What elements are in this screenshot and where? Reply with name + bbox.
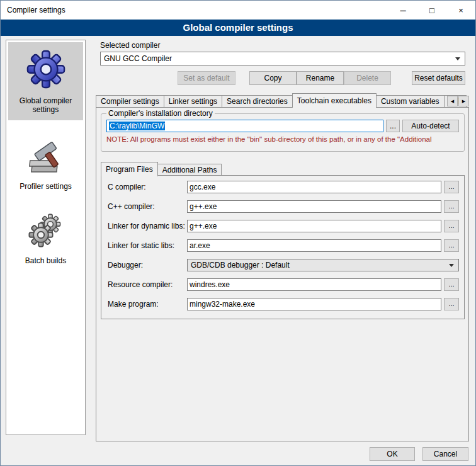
selected-compiler-dropdown[interactable]: GNU GCC Compiler: [100, 52, 465, 65]
selected-path-text: C:\raylib\MinGW: [109, 122, 165, 130]
delete-button[interactable]: Delete: [344, 71, 391, 85]
browse-make-program-button[interactable]: ...: [444, 298, 459, 310]
tab-program-files[interactable]: Program Files: [101, 162, 158, 176]
gray-gears-icon: [27, 212, 65, 249]
sidebar-item-profiler-settings[interactable]: Profiler settings: [8, 128, 83, 197]
tab-scroll-buttons: ◀ ▶: [446, 96, 469, 106]
field-row: C++ compiler: ...: [108, 200, 459, 213]
tab-toolchain-executables[interactable]: Toolchain executables: [292, 93, 377, 108]
tab-scroll-right-icon[interactable]: ▶: [458, 96, 469, 106]
selected-compiler-label: Selected compiler: [100, 41, 160, 50]
profiler-tool-icon: [28, 135, 64, 174]
selected-compiler-value: GNU GCC Compiler: [104, 54, 172, 63]
static-linker-label: Linker for static libs:: [108, 241, 187, 250]
auto-detect-button[interactable]: Auto-detect: [402, 120, 459, 132]
program-tabs: Program Files Additional Paths: [101, 162, 221, 176]
c-compiler-label: C compiler:: [108, 183, 187, 191]
browse-cpp-compiler-button[interactable]: ...: [444, 200, 459, 213]
tab-linker-settings[interactable]: Linker settings: [164, 95, 222, 107]
reset-defaults-button[interactable]: Reset defaults: [412, 71, 465, 85]
dialog-body: Global compiler settings P: [1, 36, 475, 465]
set-as-default-button[interactable]: Set as default: [178, 71, 235, 85]
ok-button[interactable]: OK: [370, 447, 415, 461]
program-files-panel: C compiler: ... C++ compiler: ... Linker…: [101, 175, 465, 319]
toolchain-executables-panel: Compiler's installation directory C:\ray…: [96, 107, 469, 441]
cancel-button[interactable]: Cancel: [422, 447, 468, 461]
resource-compiler-input[interactable]: [187, 278, 441, 291]
cpp-compiler-input[interactable]: [187, 200, 441, 213]
browse-dynamic-linker-button[interactable]: ...: [444, 220, 459, 232]
tab-additional-paths[interactable]: Additional Paths: [157, 164, 222, 176]
sidebar-item-label: Profiler settings: [20, 182, 72, 191]
field-row: C compiler: ...: [108, 181, 459, 193]
debugger-dropdown[interactable]: GDB/CDB debugger : Default: [187, 259, 459, 271]
browse-static-linker-button[interactable]: ...: [444, 239, 459, 252]
debugger-value: GDB/CDB debugger : Default: [191, 261, 290, 270]
installation-directory-row: C:\raylib\MinGW ... Auto-detect: [106, 120, 459, 132]
cpp-compiler-label: C++ compiler:: [108, 202, 187, 211]
blue-gear-icon: [26, 50, 65, 89]
sidebar-item-batch-builds[interactable]: Batch builds: [8, 205, 83, 271]
static-linker-input[interactable]: [187, 239, 441, 252]
field-row: Linker for dynamic libs: ...: [108, 220, 459, 232]
window-title: Compiler settings: [1, 1, 388, 20]
field-row: Resource compiler: ...: [108, 278, 459, 291]
field-row: Make program: ...: [108, 298, 459, 310]
installation-directory-input[interactable]: C:\raylib\MinGW: [106, 120, 383, 132]
dropdown-arrow-icon: [449, 264, 454, 267]
copy-button[interactable]: Copy: [249, 71, 297, 85]
installation-directory-group: Compiler's installation directory C:\ray…: [101, 109, 465, 152]
bin-directory-note: NOTE: All programs must exist either in …: [106, 135, 459, 143]
tab-custom-variables[interactable]: Custom variables: [376, 95, 445, 107]
settings-category-sidebar: Global compiler settings P: [6, 40, 86, 435]
debugger-label: Debugger:: [108, 261, 187, 270]
sidebar-item-label: Global compiler settings: [9, 96, 82, 114]
compiler-tabs: Compiler settings Linker settings Search…: [96, 94, 469, 107]
make-program-label: Make program:: [108, 300, 187, 309]
title-bar[interactable]: Compiler settings ─ □ ×: [1, 1, 475, 20]
tab-compiler-settings[interactable]: Compiler settings: [96, 95, 164, 107]
make-program-input[interactable]: [187, 298, 441, 310]
close-button[interactable]: ×: [446, 1, 475, 20]
rename-button[interactable]: Rename: [297, 71, 344, 85]
maximize-button[interactable]: □: [417, 1, 446, 20]
resource-compiler-label: Resource compiler:: [108, 280, 187, 289]
dropdown-arrow-icon: [455, 57, 460, 60]
field-row: Debugger: GDB/CDB debugger : Default: [108, 259, 459, 271]
installation-directory-label: Compiler's installation directory: [106, 109, 215, 118]
sidebar-item-global-compiler-settings[interactable]: Global compiler settings: [8, 42, 83, 120]
browse-c-compiler-button[interactable]: ...: [444, 181, 459, 193]
tab-search-directories[interactable]: Search directories: [222, 95, 293, 107]
compiler-settings-dialog: Compiler settings ─ □ × Global compiler …: [0, 0, 476, 466]
tab-scroll-left-icon[interactable]: ◀: [447, 96, 458, 106]
dynamic-linker-input[interactable]: [187, 220, 441, 232]
minimize-button[interactable]: ─: [388, 1, 417, 20]
sidebar-item-label: Batch builds: [25, 256, 66, 265]
c-compiler-input[interactable]: [187, 181, 441, 193]
browse-resource-compiler-button[interactable]: ...: [444, 278, 459, 291]
dynamic-linker-label: Linker for dynamic libs:: [108, 222, 187, 230]
field-row: Linker for static libs: ...: [108, 239, 459, 252]
page-title: Global compiler settings: [1, 20, 475, 36]
browse-directory-button[interactable]: ...: [386, 120, 400, 132]
